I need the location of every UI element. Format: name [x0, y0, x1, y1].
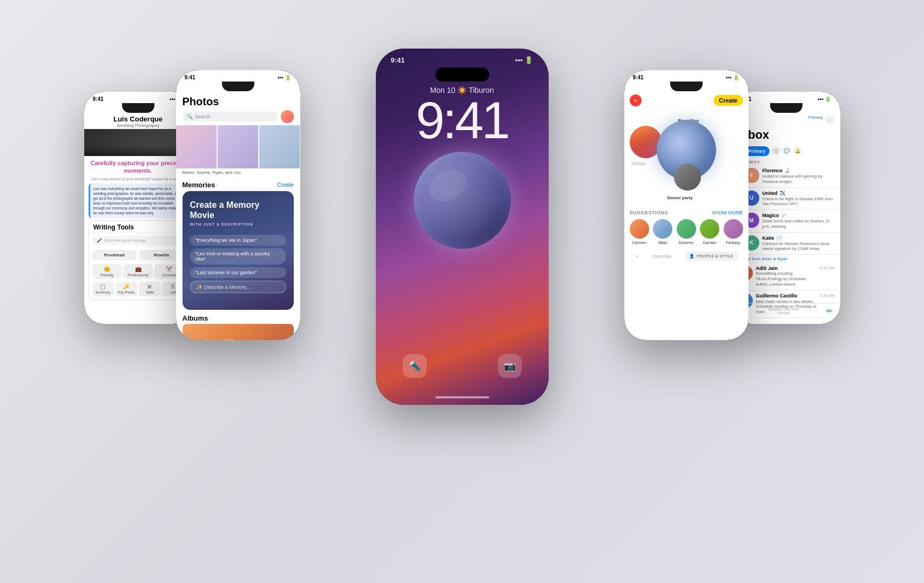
sparkle-icon: ✨	[196, 284, 203, 290]
phone1-professional-btn[interactable]: 💼 Professional	[123, 264, 153, 279]
phone1-keypoints-btn[interactable]: 🔑 Key Points	[116, 282, 137, 296]
preview-florence: Invited to izakaya soft opening by Flore…	[763, 174, 835, 185]
phone1-wt-title: Writing Tools	[93, 223, 134, 231]
sender-emoji-katie: 📄	[776, 235, 782, 241]
phone2-time: 9:41	[185, 74, 195, 80]
phone3-status-icons: ▪▪▪ 🔋	[515, 56, 533, 64]
phone1-summary-btn[interactable]: 📋 Summary	[92, 282, 114, 296]
phone2-search-label: Search	[195, 114, 211, 119]
phone1-friendly-btn[interactable]: 😊 Friendly	[92, 264, 122, 279]
phone3-flashlight-btn[interactable]: 🔦	[403, 354, 427, 378]
phone4-sug-summer[interactable]: Summer	[677, 219, 696, 245]
phone5-tab-notif[interactable]: 🔔	[793, 146, 802, 155]
summary-icon: 📋	[100, 284, 106, 289]
unread-label: Unread	[743, 311, 824, 315]
phone1-search-icon: 🎤	[97, 238, 102, 243]
phone4-dinner-bubble[interactable]	[674, 164, 701, 191]
mail-item-katie[interactable]: K Katie 📄 Contract for Michael Robinson'…	[732, 233, 840, 255]
phone4-icons: ▪▪▪ 🔋	[726, 74, 739, 80]
phone4-people-style-btn[interactable]: 👤 PEOPLE & STYLE	[685, 252, 737, 261]
sender-emoji-united: ✈️	[779, 191, 785, 196]
mail-content-united: United ✈️ Check-in for flight to Newark …	[763, 191, 835, 207]
phone2-search-row: 🔍 Search	[183, 110, 294, 123]
phone2-describe-label: Describe a Memory...	[205, 284, 251, 290]
phone2-memories-header: Memories › Create	[176, 177, 300, 191]
phone1-proofread-btn[interactable]: Proofread	[92, 250, 137, 260]
phone-lockscreen: 9:41 ▪▪▪ 🔋 Mon 10 ☀️ Tiburon 9:41 🔦 📷	[376, 49, 549, 405]
phone4-sug-nikki[interactable]: Nikki	[653, 219, 672, 245]
phone4-sug-carmen[interactable]: Carmen	[630, 219, 649, 245]
phone4-show-more[interactable]: SHOW MORE	[712, 210, 743, 215]
phone1-keypoints-label: Key Points	[118, 290, 134, 294]
mail-content-florence: Florence 🍶 Invited to izakaya soft openi…	[763, 168, 835, 185]
concise-icon: ✂️	[166, 266, 172, 272]
phone4-sug-circle-carmen	[630, 219, 649, 239]
phone1-friendly-label: Friendly	[100, 273, 113, 277]
phone-photos: 9:41 ▪▪▪ 🔋 Photos 🔍 Search	[176, 70, 300, 340]
phone2-albums-header: Albums ›	[176, 310, 300, 324]
phone5-select-btn[interactable]: Primary	[808, 115, 823, 125]
mail-content-magico: Magico 🪄 Order lunch and coffee for Neet…	[763, 213, 835, 229]
phone1-search-placeholder: Describe your change	[104, 238, 180, 243]
phone5-tab-chat[interactable]: 💬	[783, 146, 791, 155]
phone2-status-bar: 9:41 ▪▪▪ 🔋	[176, 70, 300, 82]
phone2-chip-0[interactable]: "Everything we ate in Japan"	[190, 235, 286, 246]
phone5-more-btn[interactable]: ···	[825, 115, 835, 125]
phone2-chip-2[interactable]: "Last summer in our garden"	[190, 267, 286, 278]
phone2-describe-chip[interactable]: ✨ Describe a Memory...	[190, 281, 286, 293]
memories-chevron-icon: ›	[216, 182, 218, 187]
phone3-camera-btn[interactable]: 📷	[498, 354, 522, 378]
sender-name-guillermo: Guillermo Castillo	[756, 293, 798, 299]
phone4-create-btn[interactable]: Create	[713, 95, 743, 106]
phone4-sug-header: SUGGESTIONS SHOW MORE	[630, 210, 743, 215]
sender-magico: Magico 🪄	[763, 213, 835, 218]
phone2-memory-card[interactable]: Create a Memory Movie WITH JUST A DESCRI…	[183, 191, 294, 310]
phone5-compose-btn[interactable]: ✏	[824, 306, 835, 316]
mail-item-united[interactable]: U United ✈️ Check-in for flight to Newar…	[732, 188, 840, 211]
phone3-time-display: 9:41	[376, 94, 549, 146]
phone2-icons: ▪▪▪ 🔋	[278, 74, 291, 80]
phone5-mail-list: F Florence 🍶 Invited to izakaya soft ope…	[732, 165, 840, 318]
phone2-photo-2	[218, 125, 258, 168]
phone4-describe-bar[interactable]: ⚬ Describe 👤 PEOPLE & STYLE	[630, 248, 743, 264]
phone2-create-btn[interactable]: Create	[277, 182, 293, 188]
phone4-sug-circle-nikki	[653, 219, 672, 239]
phone5-more-row[interactable]: 2 more from Brian & Ryan	[732, 255, 840, 263]
phone2-search-btn[interactable]: 🔍 Search	[183, 112, 278, 121]
phone2-albums-label: Albums	[183, 314, 208, 322]
mail-item-magico[interactable]: M Magico 🪄 Order lunch and coffee for Ne…	[732, 210, 840, 233]
phone1-list-label: List	[170, 290, 176, 294]
phone1-notch	[122, 103, 154, 113]
preview-magico: Order lunch and coffee for Neeta's 12 p.…	[763, 219, 835, 229]
sender-united: United ✈️	[763, 191, 835, 196]
phone5-bottom-bar: ☑ Updated Just Now Unread ✏	[732, 303, 840, 318]
phone2-memory-subtitle: WITH JUST A DESCRIPTION	[190, 222, 286, 226]
phone2-album-thumb[interactable]: Summer Vacation 2023	[183, 324, 294, 340]
phone4-sug-label-3: Garden	[703, 240, 716, 245]
phone5-tabs: 📥 Primary 🛒 💬 🔔	[732, 144, 840, 158]
phone4-sug-fantasy[interactable]: Fantasy	[724, 219, 743, 245]
mail-item-florence[interactable]: F Florence 🍶 Invited to izakaya soft ope…	[732, 165, 840, 188]
phone1-review-text: Luis was everything we could have hoped …	[89, 184, 188, 219]
phone2-chip-1[interactable]: "Leo trick-or-treating with a spooky vib…	[190, 248, 286, 265]
phone4-close-btn[interactable]: ×	[630, 94, 642, 106]
phone4-sug-title: SUGGESTIONS	[630, 210, 669, 215]
phone1-table-btn[interactable]: ⊞ Table	[139, 282, 160, 296]
phone1-summary-label: Summary	[96, 290, 111, 294]
phone4-sug-row: Carmen Nikki Summer Garden Fantasy	[624, 219, 748, 245]
phone4-dot-icon: ⚬	[635, 254, 639, 259]
phone4-sug-garden[interactable]: Garden	[700, 219, 719, 245]
phone4-photos-area: Sunset Brooklyn Dinner party	[624, 110, 748, 207]
phone2-memory-title: Create a Memory Movie	[190, 200, 286, 220]
phone1-user-name: Luis Coderque	[89, 115, 188, 123]
updated-label: Updated Just Now	[743, 307, 824, 311]
phone1-tone-row: 😊 Friendly 💼 Professional ✂️ Concise	[89, 262, 187, 282]
mail-item-aditi[interactable]: A Aditi Jain Something exciting YA sci-f…	[732, 263, 840, 290]
aditi-subject: Something exciting	[756, 271, 817, 276]
phone5-tab-cart[interactable]: 🛒	[772, 146, 780, 155]
phone1-search-bar[interactable]: 🎤 Describe your change	[92, 236, 184, 245]
phone4-time: 9:41	[633, 74, 644, 80]
phone4-sug-circle-fantasy	[724, 219, 743, 239]
phone4-status-bar: 9:41 ▪▪▪ 🔋	[624, 70, 748, 82]
phone1-user-title: Wedding Photography	[89, 123, 188, 128]
